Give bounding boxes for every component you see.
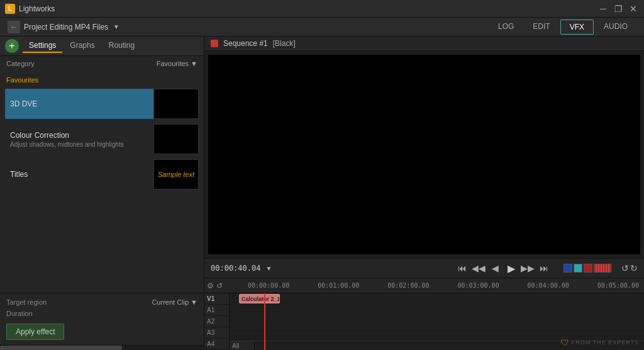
track-label-a2: A2 — [204, 316, 229, 327]
play-button[interactable]: ▶ — [504, 261, 518, 275]
tab-graphs[interactable]: Graphs — [64, 39, 101, 53]
target-region-value[interactable]: Current Clip ▼ — [152, 298, 197, 306]
effect-colour-correction-thumb — [153, 124, 199, 154]
track-row-a2[interactable] — [230, 312, 644, 322]
sample-text-label: Sample text — [158, 171, 194, 178]
tab-audio[interactable]: AUDIO — [595, 20, 636, 35]
effect-3d-dve[interactable]: 3D DVE — [5, 89, 199, 119]
project-dropdown-icon[interactable]: ▼ — [113, 23, 119, 30]
app-title: Lightworks — [19, 4, 597, 13]
track-label-a3: A3 — [204, 327, 229, 339]
track-label-v1: V1 — [204, 293, 229, 305]
nav-tabs: LOG EDIT VFX AUDIO — [489, 20, 636, 35]
add-tab-button[interactable]: + — [5, 39, 19, 53]
right-panel: Sequence #1 [Black] 00:00:40.04 ▼ ⏮ ◀◀ ◀… — [204, 37, 644, 350]
tab-vfx[interactable]: VFX — [560, 20, 594, 35]
duration-row: Duration — [6, 310, 197, 317]
effect-colour-correction-name: Colour Correction — [10, 131, 148, 140]
timeline-settings-icon[interactable]: ⚙ — [207, 281, 214, 290]
playback-controls: ⏮ ◀◀ ◀ ▶ ▶▶ ⏭ — [455, 261, 551, 275]
redo-button[interactable]: ↻ — [630, 263, 638, 273]
sequence-header: Sequence #1 [Black] — [204, 37, 644, 51]
effect-3d-dve-thumb — [153, 89, 199, 119]
track-row-a1[interactable] — [230, 303, 644, 312]
timeline-ruler-bar: ⚙ ↺ 00:00:00.00 00:01:00.00 00:02:00.00 … — [204, 278, 644, 293]
favourites-filter[interactable]: Favourites ▼ — [157, 60, 197, 67]
effects-list[interactable]: Favourites 3D DVE Colour Correction Adju… — [0, 71, 204, 293]
clip-name: Calculator 2_17 — [242, 296, 280, 302]
ruler-mark-3: 00:03:00.00 — [457, 282, 499, 289]
track-label-a4: A4 — [204, 339, 229, 350]
effect-titles[interactable]: Titles Sample text — [5, 159, 199, 189]
color-boxes — [564, 264, 611, 273]
tab-routing[interactable]: Routing — [103, 39, 141, 53]
left-scrollbar-thumb[interactable] — [0, 346, 122, 350]
ruler-mark-4: 00:04:00.00 — [528, 282, 569, 289]
sequence-tag: [Black] — [273, 39, 296, 48]
effect-3d-dve-label-area: 3D DVE — [5, 89, 153, 119]
app-icon-text: L — [8, 5, 12, 12]
playhead-track — [264, 293, 265, 350]
favourites-label: Favourites — [157, 60, 189, 67]
effect-colour-correction-label-area: Colour Correction Adjust shadows, midton… — [5, 124, 153, 154]
main-layout: + Settings Graphs Routing Category Favou… — [0, 37, 644, 350]
timecode: 00:00:40.04 — [211, 264, 260, 273]
target-region-label: Target region — [6, 298, 47, 306]
watermark: 🛡 FROM THE EXPERTS — [560, 337, 639, 347]
project-title: Project Editing MP4 Files — [24, 23, 108, 31]
close-button[interactable]: ✕ — [628, 3, 639, 14]
target-region-row: Target region Current Clip ▼ — [6, 298, 197, 306]
favourites-section-title: Favourites — [5, 74, 199, 86]
left-bottom-panel: Target region Current Clip ▼ Duration Ap… — [0, 293, 204, 345]
watermark-text: FROM THE EXPERTS — [572, 339, 639, 346]
app-icon: L — [5, 4, 15, 14]
skip-start-button[interactable]: ⏮ — [455, 261, 469, 275]
fast-forward-button[interactable]: ▶▶ — [521, 261, 535, 275]
project-nav: ← Project Editing MP4 Files ▼ — [8, 21, 487, 33]
effect-titles-label-area: Titles — [5, 159, 153, 189]
left-panel: + Settings Graphs Routing Category Favou… — [0, 37, 204, 350]
timeline-icons: ⚙ ↺ — [207, 281, 223, 290]
track-labels: V1 A1 A2 A3 A4 — [204, 293, 230, 350]
ruler-mark-5: 00:05:00.00 — [597, 282, 639, 289]
ruler-mark-0: 00:00:00.00 — [248, 282, 289, 289]
color-box-striped — [594, 264, 611, 273]
tab-settings[interactable]: Settings — [23, 39, 62, 53]
left-panel-scrollbar[interactable] — [0, 345, 204, 350]
track-row-a3[interactable] — [230, 322, 644, 331]
clip-calculator[interactable]: Calculator 2_17 — [239, 294, 280, 303]
color-box-cyan — [574, 264, 582, 273]
apply-effect-button[interactable]: Apply effect — [6, 324, 64, 340]
track-row-v1[interactable]: Calculator 2_17 — [230, 293, 644, 303]
color-box-blue — [564, 264, 572, 273]
skip-end-button[interactable]: ⏭ — [537, 261, 551, 275]
category-bar: Category Favourites ▼ — [0, 56, 204, 71]
maximize-button[interactable]: ❐ — [613, 3, 624, 14]
panel-tabs: + Settings Graphs Routing — [0, 37, 204, 56]
video-preview[interactable] — [208, 55, 640, 254]
tab-edit[interactable]: EDIT — [524, 20, 558, 35]
back-icon[interactable]: ← — [8, 21, 20, 33]
category-label: Category — [6, 60, 35, 67]
sequence-title: Sequence #1 — [223, 39, 268, 48]
effect-titles-thumb: Sample text — [153, 159, 199, 189]
duration-label: Duration — [6, 310, 33, 317]
minimize-button[interactable]: ─ — [597, 3, 609, 14]
sequence-indicator — [211, 40, 218, 47]
window-controls: ─ ❐ ✕ — [597, 3, 639, 14]
playback-bar: 00:00:40.04 ▼ ⏮ ◀◀ ◀ ▶ ▶▶ ⏭ ↺ ↻ — [204, 258, 644, 278]
timeline-sync-icon[interactable]: ↺ — [216, 281, 223, 290]
undo-button[interactable]: ↺ — [621, 263, 629, 273]
rewind-button[interactable]: ◀ — [488, 261, 502, 275]
menubar: ← Project Editing MP4 Files ▼ LOG EDIT V… — [0, 18, 644, 37]
effect-3d-dve-name: 3D DVE — [10, 99, 148, 108]
all-label: All — [230, 341, 255, 350]
undo-redo: ↺ ↻ — [621, 263, 638, 273]
ruler-mark-1: 00:01:00.00 — [318, 282, 359, 289]
prev-frame-button[interactable]: ◀◀ — [472, 261, 486, 275]
watermark-shield-icon: 🛡 — [560, 337, 569, 347]
tab-log[interactable]: LOG — [489, 20, 523, 35]
effect-colour-correction[interactable]: Colour Correction Adjust shadows, midton… — [5, 124, 199, 154]
favourites-dropdown-icon: ▼ — [191, 60, 197, 67]
timecode-dropdown-icon[interactable]: ▼ — [265, 265, 272, 272]
